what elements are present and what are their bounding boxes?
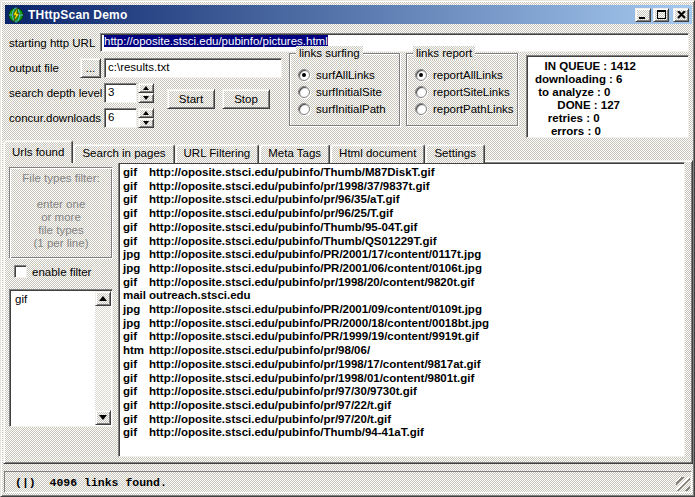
- queue-status-line: IN QUEUE : 1412: [535, 60, 688, 73]
- spin-up-icon[interactable]: [138, 83, 154, 93]
- radio-icon[interactable]: [415, 69, 427, 81]
- enable-filter-checkbox[interactable]: [14, 265, 27, 278]
- window-title: THttpScan Demo: [28, 8, 127, 22]
- radio-icon[interactable]: [298, 69, 310, 81]
- url-row-url: http://oposite.stsci.edu/pubinfo/pr/1998…: [149, 358, 481, 370]
- browse-button-label: ...: [86, 62, 96, 74]
- titlebar[interactable]: THttpScan Demo: [5, 5, 692, 24]
- url-row[interactable]: mailoutreach.stsci.edu: [119, 289, 684, 303]
- radio-option[interactable]: reportAllLinks: [415, 66, 517, 83]
- search-depth-label: search depth level: [9, 87, 102, 99]
- search-depth-stepper: [138, 83, 154, 103]
- url-row[interactable]: jpghttp://oposite.stsci.edu/pubinfo/PR/2…: [119, 303, 684, 317]
- url-row-url: http://oposite.stsci.edu/pubinfo/pr/1998…: [149, 276, 474, 288]
- tab[interactable]: Urls found: [3, 140, 73, 163]
- url-row[interactable]: jpghttp://oposite.stsci.edu/pubinfo/PR/2…: [119, 248, 684, 262]
- url-row[interactable]: gifhttp://oposite.stsci.edu/pubinfo/pr/1…: [119, 180, 684, 194]
- output-file-input[interactable]: c:\results.txt: [104, 58, 282, 78]
- url-row[interactable]: gifhttp://oposite.stsci.edu/pubinfo/Thum…: [119, 235, 684, 249]
- url-row[interactable]: htmhttp://oposite.stsci.edu/pubinfo/pr/9…: [119, 344, 684, 358]
- links-report-group: links report reportAllLinks reportSiteLi…: [406, 53, 518, 126]
- browse-button[interactable]: ...: [80, 58, 101, 78]
- stop-button[interactable]: Stop: [222, 89, 270, 109]
- url-row-url: http://oposite.stsci.edu/pubinfo/pr/1998…: [149, 180, 430, 192]
- url-row[interactable]: jpghttp://oposite.stsci.edu/pubinfo/PR/2…: [119, 262, 684, 276]
- url-row-type: gif: [119, 221, 149, 235]
- url-row-type: gif: [119, 385, 149, 399]
- radio-option[interactable]: surfInitialSite: [298, 83, 399, 100]
- url-row-url: http://oposite.stsci.edu/pubinfo/Thumb/Q…: [149, 235, 437, 247]
- resize-grip-icon[interactable]: [676, 477, 690, 491]
- file-types-scrollbar[interactable]: [95, 291, 111, 425]
- radio-label: reportSiteLinks: [433, 86, 510, 98]
- radio-option[interactable]: surfInitialPath: [298, 100, 399, 117]
- url-row[interactable]: gifhttp://oposite.stsci.edu/pubinfo/Thum…: [119, 426, 684, 440]
- radio-icon[interactable]: [298, 103, 310, 115]
- radio-option[interactable]: reportSiteLinks: [415, 83, 517, 100]
- output-file-value: c:\results.txt: [108, 61, 169, 73]
- tab[interactable]: Meta Tags: [259, 144, 330, 163]
- tab[interactable]: Search in pages: [73, 144, 174, 163]
- spin-down-icon[interactable]: [138, 118, 154, 128]
- search-depth-input[interactable]: 3: [104, 83, 137, 103]
- maximize-icon[interactable]: [653, 8, 669, 22]
- url-row-url: http://oposite.stsci.edu/pubinfo/Thumb/M…: [149, 166, 435, 178]
- url-row-type: gif: [119, 426, 149, 440]
- radio-icon[interactable]: [298, 86, 310, 98]
- starting-url-input[interactable]: http://oposite.stsci.edu/pubinfo/picture…: [100, 33, 689, 52]
- tab-label: Urls found: [12, 146, 64, 158]
- url-row[interactable]: gifhttp://oposite.stsci.edu/pubinfo/pr/9…: [119, 207, 684, 221]
- starting-url-label: starting http URL: [9, 37, 95, 49]
- url-row[interactable]: gifhttp://oposite.stsci.edu/pubinfo/pr/9…: [119, 385, 684, 399]
- tab[interactable]: URL Filtering: [175, 144, 260, 163]
- urls-found-list[interactable]: gifhttp://oposite.stsci.edu/pubinfo/Thum…: [118, 162, 685, 457]
- spin-up-icon[interactable]: [138, 108, 154, 118]
- app-window: THttpScan Demo starting http URL http://…: [0, 0, 695, 497]
- url-row-type: gif: [119, 207, 149, 221]
- url-row-url: http://oposite.stsci.edu/pubinfo/PR/2001…: [149, 303, 482, 315]
- url-row[interactable]: gifhttp://oposite.stsci.edu/pubinfo/Thum…: [119, 166, 684, 180]
- minimize-icon[interactable]: [635, 8, 651, 22]
- hint-line: enter one: [10, 198, 112, 211]
- url-row-url: http://oposite.stsci.edu/pubinfo/pr/98/0…: [149, 344, 370, 356]
- hint-line: (1 per line): [10, 237, 112, 250]
- url-row[interactable]: gifhttp://oposite.stsci.edu/pubinfo/pr/1…: [119, 276, 684, 290]
- tab[interactable]: Html document: [330, 144, 425, 163]
- url-row[interactable]: gifhttp://oposite.stsci.edu/pubinfo/Thum…: [119, 221, 684, 235]
- concur-downloads-label: concur.downloads: [9, 112, 101, 124]
- url-row[interactable]: gifhttp://oposite.stsci.edu/pubinfo/pr/1…: [119, 358, 684, 372]
- url-row[interactable]: gifhttp://oposite.stsci.edu/pubinfo/pr/9…: [119, 193, 684, 207]
- file-type-item[interactable]: gif: [12, 292, 94, 305]
- scroll-track[interactable]: [95, 306, 111, 410]
- concur-downloads-input[interactable]: 6: [104, 108, 137, 128]
- file-types-filter-hint: File types filter:enter oneor morefile t…: [9, 167, 113, 259]
- file-types-listbox[interactable]: gif: [9, 289, 113, 427]
- scroll-up-icon[interactable]: [95, 291, 111, 306]
- url-row[interactable]: gifhttp://oposite.stsci.edu/pubinfo/pr/1…: [119, 372, 684, 386]
- radio-option[interactable]: surfAllLinks: [298, 66, 399, 83]
- spin-down-icon[interactable]: [138, 93, 154, 103]
- radio-icon[interactable]: [415, 86, 427, 98]
- scroll-down-icon[interactable]: [95, 410, 111, 425]
- radio-label: surfAllLinks: [316, 69, 375, 81]
- close-icon[interactable]: [673, 8, 689, 22]
- url-row[interactable]: gifhttp://oposite.stsci.edu/pubinfo/pr/9…: [119, 413, 684, 427]
- concur-downloads-value: 6: [108, 111, 114, 123]
- url-row-type: gif: [119, 399, 149, 413]
- radio-option[interactable]: reportPathLinks: [415, 100, 517, 117]
- links-surfing-title: links surfing: [296, 46, 363, 60]
- radio-icon[interactable]: [415, 103, 427, 115]
- start-button[interactable]: Start: [167, 89, 215, 109]
- url-row-url: outreach.stsci.edu: [149, 289, 251, 301]
- url-row-type: gif: [119, 193, 149, 207]
- start-button-label: Start: [179, 93, 203, 105]
- url-row[interactable]: jpghttp://oposite.stsci.edu/pubinfo/PR/2…: [119, 317, 684, 331]
- radio-label: reportAllLinks: [433, 69, 503, 81]
- url-row-url: http://oposite.stsci.edu/pubinfo/pr/97/2…: [149, 413, 391, 425]
- url-row-url: http://oposite.stsci.edu/pubinfo/PR/2001…: [149, 248, 481, 260]
- url-row[interactable]: gifhttp://oposite.stsci.edu/pubinfo/pr/9…: [119, 399, 684, 413]
- url-row-url: http://oposite.stsci.edu/pubinfo/Thumb/9…: [149, 426, 424, 438]
- url-row[interactable]: gifhttp://oposite.stsci.edu/pubinfo/PR/1…: [119, 330, 684, 344]
- tab[interactable]: Settings: [425, 144, 485, 163]
- hint-line: or more: [10, 211, 112, 224]
